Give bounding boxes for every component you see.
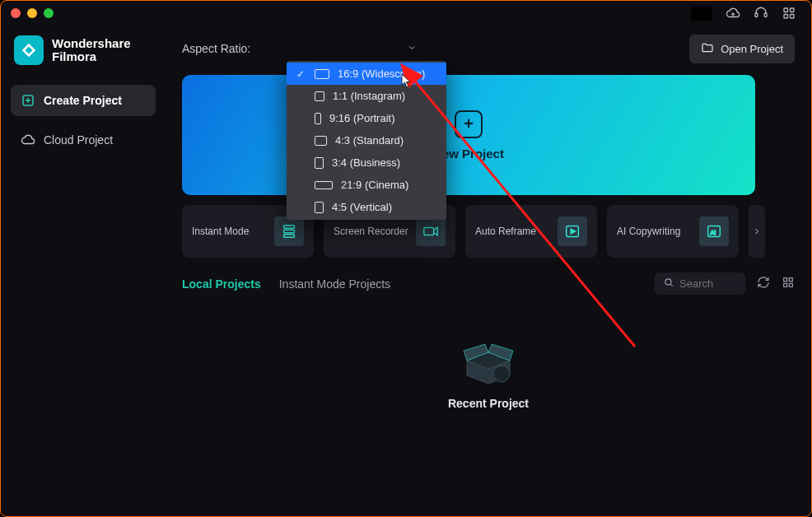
plus-icon: + — [455, 110, 483, 138]
open-project-button[interactable]: Open Project — [689, 35, 795, 63]
svg-rect-5 — [791, 15, 795, 19]
aspect-option-label: 9:16 (Portrait) — [329, 112, 394, 124]
ai-icon: AI — [699, 217, 729, 246]
ratio-wide-icon — [315, 69, 329, 79]
aspect-option-label: 1:1 (Instagram) — [333, 90, 405, 102]
sidebar: Wondershare Filmora Create Project Cloud… — [1, 26, 166, 516]
aspect-option-3-4[interactable]: 3:4 (Business) — [287, 151, 446, 174]
support-icon[interactable] — [754, 6, 768, 21]
main-toolbar: Aspect Ratio: Open Project — [182, 34, 795, 63]
stack-icon — [274, 217, 304, 246]
apps-grid-icon[interactable] — [782, 6, 796, 21]
recent-project-label: Recent Project — [448, 397, 529, 410]
svg-rect-1 — [764, 13, 767, 17]
aspect-ratio-dropdown: ✓ 16:9 (Widescreen) 1:1 (Instagram) 9:16… — [287, 61, 446, 220]
aspect-option-21-9[interactable]: 21:9 (Cinema) — [287, 174, 446, 196]
svg-text:AI: AI — [710, 229, 716, 236]
tab-instant-mode-projects[interactable]: Instant Mode Projects — [279, 277, 390, 291]
logo-mark-icon — [14, 35, 44, 65]
check-icon: ✓ — [295, 68, 306, 80]
ratio-4-3-icon — [315, 136, 327, 146]
sidebar-item-cloud-project[interactable]: Cloud Project — [11, 124, 156, 156]
svg-rect-4 — [784, 15, 788, 19]
project-tabs: Local Projects Instant Mode Projects — [182, 272, 795, 295]
app-window: Wondershare Filmora Create Project Cloud… — [0, 0, 812, 517]
ratio-4-5-icon — [315, 202, 324, 213]
svg-rect-12 — [424, 227, 434, 235]
aspect-option-9-16[interactable]: 9:16 (Portrait) — [287, 107, 446, 129]
main-panel: Aspect Ratio: Open Project + New Project — [166, 26, 811, 516]
sidebar-item-label: Cloud Project — [44, 133, 113, 147]
tile-label: Instant Mode — [192, 226, 249, 237]
aspect-option-label: 16:9 (Widescreen) — [338, 68, 425, 80]
tiles-scroll-right[interactable] — [749, 205, 765, 258]
aspect-option-label: 4:3 (Standard) — [335, 134, 404, 147]
open-box-icon — [459, 328, 518, 387]
svg-rect-10 — [284, 230, 295, 233]
ratio-square-icon — [315, 91, 324, 101]
open-project-label: Open Project — [721, 43, 783, 55]
refresh-icon[interactable] — [757, 276, 770, 292]
aspect-option-label: 21:9 (Cinema) — [341, 179, 408, 191]
aspect-ratio-label: Aspect Ratio: — [182, 42, 250, 55]
window-controls — [11, 8, 54, 18]
cloud-sync-icon[interactable] — [726, 6, 740, 21]
svg-rect-9 — [284, 226, 295, 229]
app-title: Wondershare Filmora — [52, 37, 131, 64]
search-input-wrapper[interactable] — [655, 272, 745, 295]
svg-rect-3 — [791, 8, 795, 12]
titlebar — [1, 1, 811, 26]
account-placeholder[interactable] — [691, 6, 712, 21]
aspect-option-1-1[interactable]: 1:1 (Instagram) — [287, 85, 446, 107]
feature-tiles: Instant Mode Screen Recorder Auto Refram… — [182, 205, 768, 258]
tile-ai-copywriting[interactable]: AI Copywriting AI — [607, 205, 739, 258]
aspect-option-4-5[interactable]: 4:5 (Vertical) — [287, 196, 446, 218]
play-frame-icon — [558, 217, 587, 246]
new-project-hero[interactable]: + New Project — [182, 75, 755, 195]
ratio-3-4-icon — [315, 157, 324, 169]
ratio-portrait-icon — [315, 113, 321, 124]
svg-rect-0 — [755, 13, 758, 17]
minimize-window-button[interactable] — [27, 8, 37, 18]
svg-point-16 — [665, 279, 671, 285]
svg-point-21 — [493, 366, 510, 382]
tile-label: AI Copywriting — [617, 226, 680, 237]
svg-rect-11 — [284, 235, 295, 238]
svg-rect-17 — [784, 277, 787, 281]
tile-label: Auto Reframe — [475, 226, 536, 237]
aspect-option-label: 3:4 (Business) — [332, 156, 400, 169]
cloud-icon — [21, 133, 35, 147]
app-title-line2: Filmora — [52, 50, 131, 64]
grid-view-icon[interactable] — [782, 276, 795, 292]
aspect-option-4-3[interactable]: 4:3 (Standard) — [287, 129, 446, 151]
search-input[interactable] — [679, 277, 737, 290]
camera-icon — [416, 217, 446, 246]
app-logo: Wondershare Filmora — [11, 32, 156, 77]
close-window-button[interactable] — [11, 8, 21, 18]
maximize-window-button[interactable] — [44, 8, 54, 18]
aspect-option-16-9[interactable]: ✓ 16:9 (Widescreen) — [287, 63, 446, 85]
svg-rect-2 — [784, 8, 788, 12]
search-icon — [663, 277, 674, 291]
sidebar-item-create-project[interactable]: Create Project — [11, 85, 156, 116]
tab-local-projects[interactable]: Local Projects — [182, 277, 261, 291]
chevron-down-icon — [407, 41, 417, 56]
app-title-line1: Wondershare — [52, 37, 131, 51]
svg-rect-18 — [789, 277, 792, 281]
ratio-21-9-icon — [315, 181, 333, 189]
tile-auto-reframe[interactable]: Auto Reframe — [465, 205, 597, 258]
svg-rect-19 — [784, 283, 787, 286]
aspect-option-label: 4:5 (Vertical) — [332, 201, 392, 213]
recent-projects-empty: Recent Project — [182, 328, 795, 410]
plus-square-icon — [21, 93, 35, 108]
aspect-ratio-select[interactable] — [255, 37, 420, 60]
titlebar-actions — [691, 6, 796, 21]
sidebar-item-label: Create Project — [44, 94, 122, 107]
folder-icon — [701, 41, 714, 57]
svg-rect-20 — [789, 283, 792, 286]
tile-label: Screen Recorder — [334, 226, 408, 237]
